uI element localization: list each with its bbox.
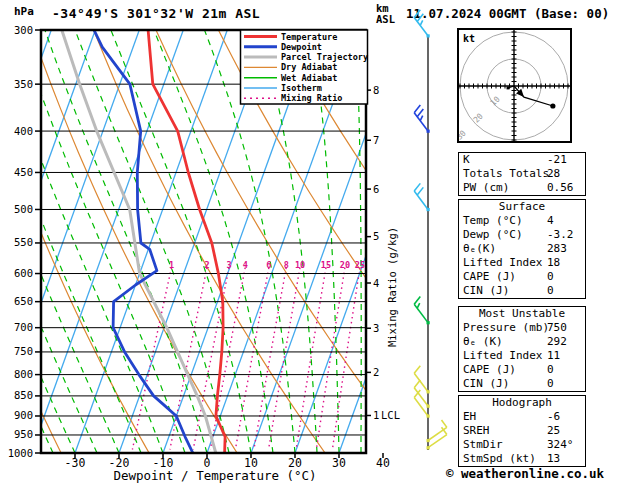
table-row: Totals Totals28 [459, 167, 585, 181]
row-label: SREH [463, 424, 490, 437]
mixing-ratio-value-label: 8 [284, 260, 289, 270]
mixing-ratio-value-label: 4 [243, 260, 248, 270]
pressure-tick-label: 400 [14, 125, 33, 137]
row-value: 0 [547, 377, 554, 391]
pressure-tick-label: 900 [14, 409, 33, 421]
mixing-ratio-value-label: 25 [355, 260, 365, 270]
pressure-tick-label: 500 [14, 203, 33, 215]
mixing-ratio-line [269, 268, 301, 450]
mixing-ratio-axis-label: Mixing Ratio (g/kg) [386, 221, 398, 353]
isotherm-line [0, 30, 7, 453]
pressure-tick-label: 850 [14, 389, 33, 401]
km-tick-label: 3 [373, 322, 379, 334]
table-row: CAPE (J)0 [459, 270, 585, 284]
km-tick-label: 2 [373, 366, 379, 378]
mixing-ratio-value-label: 1 [169, 260, 174, 270]
pressure-tick-label: 700 [14, 321, 33, 333]
row-label: θₑ(K) [463, 242, 496, 255]
row-label: Totals Totals [463, 167, 549, 180]
table-row: PW (cm)0.56 [459, 181, 585, 195]
dewpoint-line [94, 30, 193, 453]
barb-station-dot [427, 439, 430, 442]
pressure-tick-label: 550 [14, 236, 33, 248]
lcl-label: LCL [381, 409, 400, 421]
row-label: Temp (°C) [463, 214, 523, 227]
panel-title: Surface [459, 200, 585, 214]
mixing-ratio-value-label: 15 [321, 260, 331, 270]
row-label: PW (cm) [463, 181, 509, 194]
mixing-ratio-line [210, 268, 245, 450]
pressure-tick-label: 600 [14, 267, 33, 279]
mixing-ratio-value-label: 3 [227, 260, 232, 270]
row-value: 18 [547, 256, 560, 270]
row-value: 28 [547, 167, 560, 181]
row-label: CAPE (J) [463, 363, 516, 376]
legend-item-label: Temperature [281, 32, 337, 42]
table-row: Temp (°C)4 [459, 214, 585, 228]
panel-most_unstable: Most UnstablePressure (mb)750θₑ (K)292Li… [458, 306, 586, 392]
legend-item-label: Wet Adiabat [281, 73, 337, 83]
table-row: CIN (J)0 [459, 284, 585, 298]
barb-station-dot [427, 34, 430, 37]
pressure-tick-label: 750 [14, 345, 33, 357]
copyright-label: © weatheronline.co.uk [446, 466, 604, 481]
barb-station-dot [427, 208, 430, 211]
table-row: Lifted Index18 [459, 256, 585, 270]
row-label: K [463, 153, 470, 166]
row-value: 0 [547, 363, 554, 377]
row-label: StmSpd (kt) [463, 452, 536, 465]
table-row: θₑ(K)283 [459, 242, 585, 256]
row-value: -3.2 [547, 228, 574, 242]
row-label: CAPE (J) [463, 270, 516, 283]
mixing-ratio-value-label: 2 [205, 260, 210, 270]
wind-barb [414, 390, 430, 418]
km-tick-label: 8 [373, 84, 379, 96]
row-label: Lifted Index [463, 349, 542, 362]
hodograph-ring-label: 10 [489, 94, 502, 107]
barb-station-dot [427, 405, 430, 408]
panel-title: Hodograph [459, 396, 585, 410]
hodograph-plot: 102030kt [459, 30, 570, 141]
mixing-ratio-value-label: 20 [340, 260, 350, 270]
table-row: StmSpd (kt)13 [459, 452, 585, 466]
isotherm-line [75, 30, 227, 453]
wet-adiabat-line [0, 30, 9, 453]
wind-barb [414, 366, 430, 394]
temp-tick-label: 40 [376, 456, 390, 470]
storm-motion-dot [550, 103, 555, 108]
row-label: θₑ (K) [463, 335, 503, 348]
row-label: CIN (J) [463, 284, 509, 297]
table-row: Pressure (mb)750 [459, 321, 585, 335]
panel-hodograph_table: HodographEH-6SREH25StmDir324°StmSpd (kt)… [458, 395, 586, 467]
panel-indices: K-21Totals Totals28PW (cm)0.56 [458, 152, 586, 196]
mixing-ratio-value-label: 6 [266, 260, 271, 270]
panel-title: Most Unstable [459, 307, 585, 321]
pressure-tick-label: 650 [14, 295, 33, 307]
legend-item-label: Dewpoint [281, 42, 322, 52]
row-value: 4 [547, 214, 554, 228]
km-tick-label: 1 [373, 409, 379, 421]
pressure-tick-label: 1000 [8, 447, 33, 459]
table-row: Dewp (°C)-3.2 [459, 228, 585, 242]
km-tick-label: 7 [373, 134, 379, 146]
hodograph-ring-label: 30 [459, 128, 468, 141]
legend-item-label: Isotherm [281, 83, 322, 93]
wind-barb [414, 297, 430, 325]
table-row: θₑ (K)292 [459, 335, 585, 349]
row-value: 25 [547, 424, 560, 438]
barb-station-dot [427, 321, 430, 324]
row-value: -6 [547, 410, 560, 424]
row-value: 324° [547, 438, 574, 452]
km-tick-label: 6 [373, 183, 379, 195]
barb-station-dot [427, 130, 430, 133]
row-label: EH [463, 410, 476, 423]
row-value: 0.56 [547, 181, 574, 195]
skewt-page: hPa -34°49'S 301°32'W 21m ASL km ASL 11.… [0, 0, 629, 486]
table-row: CIN (J)0 [459, 377, 585, 391]
table-row: StmDir324° [459, 438, 585, 452]
wind-barb [414, 105, 430, 133]
row-label: Lifted Index [463, 256, 542, 269]
mixing-ratio-line [254, 268, 286, 450]
table-row: CAPE (J)0 [459, 363, 585, 377]
row-value: 11 [547, 349, 560, 363]
